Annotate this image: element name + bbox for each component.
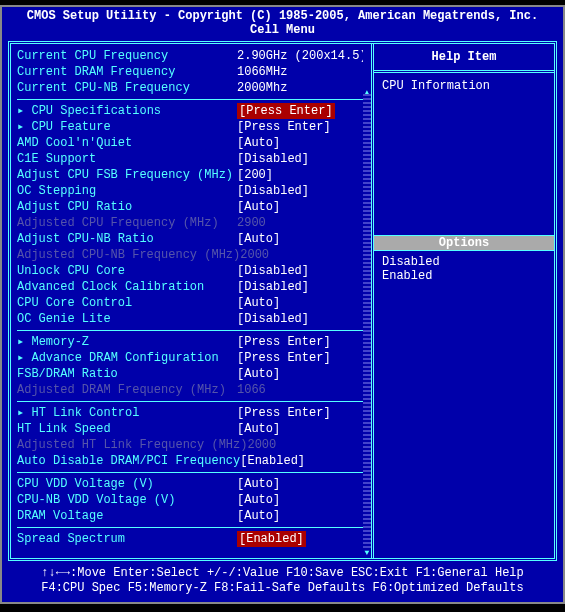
option-item[interactable]: Disabled: [382, 255, 546, 269]
setting-row[interactable]: Adjusted DRAM Frequency (MHz)1066: [17, 382, 365, 398]
setting-value[interactable]: [Auto]: [237, 231, 280, 247]
setting-label: Advance DRAM Configuration: [17, 350, 237, 366]
setting-label: Current CPU-NB Frequency: [17, 80, 237, 96]
setting-row[interactable]: Adjusted CPU-NB Frequency (MHz)2000: [17, 247, 365, 263]
setting-row[interactable]: Adjusted HT Link Frequency (MHz)2000: [17, 437, 365, 453]
setting-row[interactable]: CPU Feature[Press Enter]: [17, 119, 365, 135]
setting-row[interactable]: AMD Cool'n'Quiet[Auto]: [17, 135, 365, 151]
setting-label: Advanced Clock Calibration: [17, 279, 237, 295]
setting-value[interactable]: [200]: [237, 167, 273, 183]
setting-row[interactable]: CPU Core Control[Auto]: [17, 295, 365, 311]
setting-row[interactable]: Auto Disable DRAM/PCI Frequency[Enabled]: [17, 453, 365, 469]
setting-value: 1066MHz: [237, 64, 287, 80]
help-text: CPU Information: [374, 73, 554, 99]
setting-value[interactable]: 2900: [237, 215, 266, 231]
setting-row[interactable]: Advance DRAM Configuration[Press Enter]: [17, 350, 365, 366]
scrollbar-track[interactable]: [363, 94, 371, 548]
setting-row: Current DRAM Frequency1066MHz: [17, 64, 365, 80]
setting-value[interactable]: [Disabled]: [237, 183, 309, 199]
title-bar: CMOS Setup Utility - Copyright (C) 1985-…: [2, 7, 563, 39]
setting-row[interactable]: Memory-Z[Press Enter]: [17, 334, 365, 350]
setting-value[interactable]: [Disabled]: [237, 311, 309, 327]
setting-value[interactable]: [Auto]: [237, 492, 280, 508]
title-line1: CMOS Setup Utility - Copyright (C) 1985-…: [2, 9, 563, 23]
scroll-down-icon[interactable]: ▼: [363, 548, 371, 556]
setting-row[interactable]: HT Link Speed[Auto]: [17, 421, 365, 437]
settings-pane: Current CPU Frequency2.90GHz (200x14.5)C…: [11, 44, 374, 558]
setting-value[interactable]: 1066: [237, 382, 266, 398]
setting-label: OC Stepping: [17, 183, 237, 199]
setting-row[interactable]: OC Stepping[Disabled]: [17, 183, 365, 199]
setting-value[interactable]: [Enabled]: [240, 453, 305, 469]
scrollbar[interactable]: ▲ ▼: [363, 44, 371, 558]
setting-row[interactable]: FSB/DRAM Ratio[Auto]: [17, 366, 365, 382]
setting-value: 2000Mhz: [237, 80, 287, 96]
setting-value[interactable]: [Press Enter]: [237, 350, 331, 366]
help-pane: Help Item CPU Information Options Disabl…: [374, 44, 554, 558]
main-area: Current CPU Frequency2.90GHz (200x14.5)C…: [8, 41, 557, 561]
setting-row[interactable]: CPU VDD Voltage (V)[Auto]: [17, 476, 365, 492]
setting-row[interactable]: C1E Support[Disabled]: [17, 151, 365, 167]
help-title: Help Item: [374, 44, 554, 73]
setting-label: CPU-NB VDD Voltage (V): [17, 492, 237, 508]
setting-label: Adjusted CPU-NB Frequency (MHz): [17, 247, 240, 263]
setting-row[interactable]: Adjust CPU-NB Ratio[Auto]: [17, 231, 365, 247]
setting-label: Unlock CPU Core: [17, 263, 237, 279]
option-item[interactable]: Enabled: [382, 269, 546, 283]
setting-value[interactable]: [Auto]: [237, 199, 280, 215]
setting-row[interactable]: Adjusted CPU Frequency (MHz)2900: [17, 215, 365, 231]
setting-row[interactable]: Unlock CPU Core[Disabled]: [17, 263, 365, 279]
setting-label: Current DRAM Frequency: [17, 64, 237, 80]
setting-value[interactable]: 2000: [247, 437, 276, 453]
setting-label: Adjust CPU-NB Ratio: [17, 231, 237, 247]
setting-value[interactable]: [Press Enter]: [237, 405, 331, 421]
setting-value[interactable]: [Press Enter]: [237, 119, 331, 135]
setting-label: Adjust CPU FSB Frequency (MHz): [17, 167, 237, 183]
setting-label: FSB/DRAM Ratio: [17, 366, 237, 382]
setting-row[interactable]: Adjust CPU FSB Frequency (MHz)[200]: [17, 167, 365, 183]
setting-value[interactable]: [Auto]: [237, 421, 280, 437]
setting-row: Current CPU Frequency2.90GHz (200x14.5): [17, 48, 365, 64]
setting-value[interactable]: [Press Enter]: [237, 103, 335, 119]
setting-label: CPU VDD Voltage (V): [17, 476, 237, 492]
setting-row[interactable]: Advanced Clock Calibration[Disabled]: [17, 279, 365, 295]
setting-value[interactable]: [Disabled]: [237, 151, 309, 167]
setting-label: Spread Spectrum: [17, 531, 237, 547]
setting-label: C1E Support: [17, 151, 237, 167]
setting-value[interactable]: [Enabled]: [237, 531, 306, 547]
footer-line1: ↑↓←→:Move Enter:Select +/-/:Value F10:Sa…: [2, 566, 563, 581]
setting-row[interactable]: CPU Specifications[Press Enter]: [17, 103, 365, 119]
setting-row[interactable]: Adjust CPU Ratio[Auto]: [17, 199, 365, 215]
setting-label: CPU Feature: [17, 119, 237, 135]
setting-row[interactable]: CPU-NB VDD Voltage (V)[Auto]: [17, 492, 365, 508]
title-line2: Cell Menu: [2, 23, 563, 37]
setting-label: Current CPU Frequency: [17, 48, 237, 64]
setting-value[interactable]: 2000: [240, 247, 269, 263]
setting-label: Adjusted HT Link Frequency (MHz): [17, 437, 247, 453]
setting-value[interactable]: [Disabled]: [237, 279, 309, 295]
bios-window: CMOS Setup Utility - Copyright (C) 1985-…: [0, 5, 565, 604]
setting-label: HT Link Control: [17, 405, 237, 421]
setting-row[interactable]: DRAM Voltage[Auto]: [17, 508, 365, 524]
setting-value[interactable]: [Auto]: [237, 295, 280, 311]
setting-row[interactable]: Spread Spectrum[Enabled]: [17, 531, 365, 547]
setting-row[interactable]: OC Genie Lite[Disabled]: [17, 311, 365, 327]
setting-value[interactable]: [Auto]: [237, 135, 280, 151]
setting-row[interactable]: HT Link Control[Press Enter]: [17, 405, 365, 421]
options-header: Options: [374, 235, 554, 251]
setting-label: Adjusted CPU Frequency (MHz): [17, 215, 237, 231]
divider: [17, 472, 365, 473]
divider: [17, 401, 365, 402]
footer-line2: F4:CPU Spec F5:Memory-Z F8:Fail-Safe Def…: [2, 581, 563, 596]
setting-value[interactable]: [Auto]: [237, 366, 280, 382]
setting-label: Adjusted DRAM Frequency (MHz): [17, 382, 237, 398]
setting-value[interactable]: [Auto]: [237, 476, 280, 492]
options-list: Disabled Enabled: [374, 251, 554, 287]
setting-label: OC Genie Lite: [17, 311, 237, 327]
setting-label: Memory-Z: [17, 334, 237, 350]
setting-value: 2.90GHz (200x14.5): [237, 48, 367, 64]
setting-label: HT Link Speed: [17, 421, 237, 437]
setting-value[interactable]: [Disabled]: [237, 263, 309, 279]
setting-value[interactable]: [Auto]: [237, 508, 280, 524]
setting-value[interactable]: [Press Enter]: [237, 334, 331, 350]
